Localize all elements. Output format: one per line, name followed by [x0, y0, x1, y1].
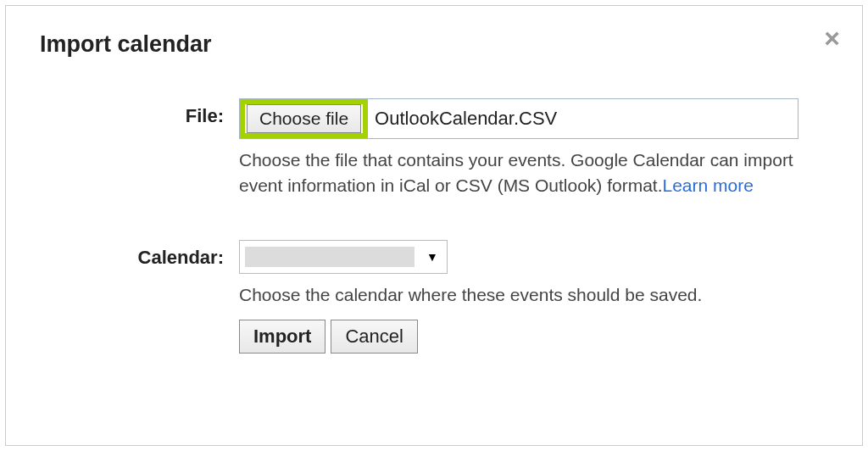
calendar-help-text: Choose the calendar where these events s… — [239, 282, 798, 308]
file-content: Choose file OutlookCalendar.CSV Choose t… — [239, 98, 798, 199]
button-row-wrap: Import Cancel — [40, 320, 828, 354]
file-row: File: Choose file OutlookCalendar.CSV Ch… — [40, 98, 828, 199]
file-label: File: — [40, 98, 239, 199]
close-icon[interactable]: × — [824, 25, 840, 52]
choose-file-highlight: Choose file — [240, 99, 368, 138]
calendar-select[interactable]: ▼ — [239, 240, 448, 274]
file-help-text: Choose the file that contains your event… — [239, 148, 798, 199]
calendar-row: Calendar: ▼ Choose the calendar where th… — [40, 240, 828, 308]
selected-filename: OutlookCalendar.CSV — [368, 99, 557, 138]
file-input-container: Choose file OutlookCalendar.CSV — [239, 98, 798, 139]
import-calendar-dialog: × Import calendar File: Choose file Outl… — [5, 5, 863, 446]
chevron-down-icon: ▼ — [426, 250, 438, 264]
choose-file-button[interactable]: Choose file — [247, 104, 361, 133]
calendar-content: ▼ Choose the calendar where these events… — [239, 240, 798, 308]
import-button[interactable]: Import — [239, 320, 326, 354]
cancel-button[interactable]: Cancel — [331, 320, 417, 354]
calendar-select-value — [245, 247, 415, 267]
button-spacer — [40, 320, 239, 354]
button-row: Import Cancel — [239, 320, 798, 354]
learn-more-link[interactable]: Learn more — [663, 175, 754, 195]
calendar-label: Calendar: — [40, 240, 239, 308]
dialog-title: Import calendar — [40, 31, 828, 58]
